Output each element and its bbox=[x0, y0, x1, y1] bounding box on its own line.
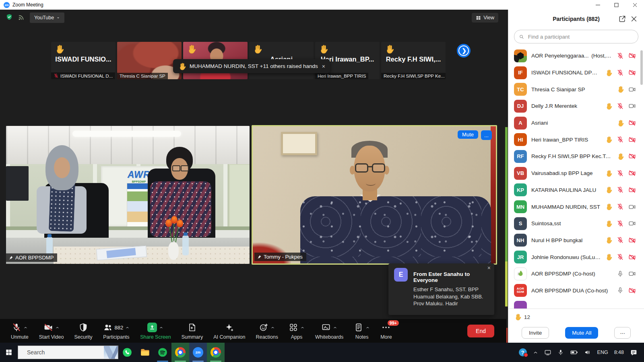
invite-button[interactable]: Invite bbox=[522, 327, 549, 339]
live-stream-icon[interactable] bbox=[18, 14, 25, 21]
filmstrip-next-button[interactable]: ❯ bbox=[457, 44, 471, 58]
participant-row[interactable]: JRJohlnie Rondonuwu (SuLuT_... bbox=[508, 249, 644, 265]
participant-status-icons bbox=[605, 237, 636, 244]
caret-up-icon[interactable] bbox=[333, 325, 337, 330]
notification-text: MUHAMMAD NURDIN, SST +11 others raised h… bbox=[190, 63, 318, 69]
tray-clock[interactable]: 8:48 bbox=[614, 350, 624, 355]
taskbar-chrome-2[interactable] bbox=[207, 343, 225, 362]
participant-avatar: TC bbox=[514, 83, 527, 96]
caret-up-icon[interactable] bbox=[23, 325, 28, 330]
toolbar-unmute[interactable]: Unmute bbox=[6, 319, 34, 343]
caret-up-icon[interactable] bbox=[270, 325, 275, 330]
video-off-icon bbox=[628, 152, 636, 160]
youtube-live-dropdown[interactable]: YouTube bbox=[30, 12, 64, 23]
minimize-button[interactable] bbox=[588, 0, 607, 10]
notification-close-icon[interactable]: × bbox=[322, 63, 325, 70]
filmstrip-tile[interactable]: Recky F.H SIWI,...Recky F.H SIWI,SP BPP … bbox=[381, 42, 446, 79]
participant-avatar bbox=[514, 301, 527, 309]
toolbar-security[interactable]: Security bbox=[69, 319, 97, 343]
tray-language[interactable]: ENG bbox=[597, 350, 608, 355]
tray-hidden-icons-chevron[interactable] bbox=[533, 350, 538, 355]
tray-display-icon[interactable] bbox=[544, 349, 551, 356]
participant-status-icons bbox=[617, 152, 636, 160]
participant-row[interactable]: HIHeri Irawan_BPP TIRIS bbox=[508, 131, 644, 148]
raised-hand-icon bbox=[605, 170, 612, 177]
running-indicator bbox=[175, 361, 186, 362]
participants-count: 882 bbox=[115, 325, 124, 331]
participant-name: Johlnie Rondonuwu (SuLuT_... bbox=[531, 254, 601, 260]
search-input[interactable] bbox=[527, 33, 634, 40]
chat-popup-close-icon[interactable]: × bbox=[487, 265, 491, 271]
end-meeting-button[interactable]: End bbox=[467, 325, 494, 337]
participant-row[interactable]: AOR BPPSDMP (Co-host) bbox=[508, 265, 644, 282]
pin-icon bbox=[257, 255, 262, 259]
mute-participant-button[interactable]: Mute bbox=[458, 130, 478, 139]
taskbar-explorer[interactable] bbox=[136, 343, 154, 362]
tray-microphone-icon[interactable] bbox=[557, 349, 564, 356]
participant-row[interactable]: SSuintosa,sst bbox=[508, 215, 644, 232]
toolbar-start-video[interactable]: Start Video bbox=[34, 319, 69, 343]
participant-row[interactable]: NHNurul H BPP bungkal bbox=[508, 232, 644, 249]
toolbar-share-screen[interactable]: Share Screen bbox=[135, 319, 176, 343]
taskbar-spotify[interactable] bbox=[154, 343, 171, 362]
mute-all-button[interactable]: Mute All bbox=[565, 327, 598, 339]
participant-row[interactable]: IFISWADI FUNSIONAL DPPP K... bbox=[508, 64, 644, 81]
taskbar-search[interactable] bbox=[18, 346, 118, 359]
maximize-button[interactable] bbox=[607, 0, 625, 10]
participant-search[interactable] bbox=[514, 30, 638, 43]
filmstrip-tile[interactable]: Thresia C Sianipar SP bbox=[117, 42, 182, 79]
caret-up-icon[interactable] bbox=[125, 325, 130, 330]
video-feed-tommy-pukpes[interactable]: Mute ... Tommy - Pukpes bbox=[252, 125, 497, 265]
caret-up-icon[interactable] bbox=[55, 325, 60, 330]
participant-row[interactable]: DJDelly J.R Merentek bbox=[508, 98, 644, 115]
toolbar-ai-companion[interactable]: AI Companion bbox=[208, 319, 250, 343]
toolbar-participants[interactable]: 882Participants bbox=[98, 319, 135, 343]
video-feed-aor-bppsdmp[interactable]: AWRBPPSDMP AOR BPPSDMP bbox=[6, 126, 250, 264]
toolbar-notes[interactable]: Notes bbox=[349, 319, 375, 343]
taskbar-zoom[interactable]: zm bbox=[189, 343, 207, 362]
panel-scrollbar-thumb[interactable] bbox=[640, 50, 643, 85]
toolbar-whiteboards[interactable]: Whiteboards bbox=[310, 319, 349, 343]
toolbar-summary[interactable]: Summary bbox=[176, 319, 208, 343]
filmstrip-tile[interactable]: ISWADI FUNSIO...ISWADI FUNSIONAL D... bbox=[51, 42, 116, 79]
participant-row[interactable]: AAsriani bbox=[508, 115, 644, 132]
view-button[interactable]: View bbox=[472, 13, 498, 23]
scene-bottle bbox=[182, 235, 189, 255]
taskbar-chrome-1[interactable] bbox=[171, 343, 189, 362]
taskbar-search-input[interactable] bbox=[26, 349, 101, 356]
muted-mic-icon bbox=[617, 103, 624, 110]
toolbar-apps[interactable]: Apps bbox=[283, 319, 310, 343]
participant-row[interactable]: MNMUHAMMAD NURDIN, SST bbox=[508, 198, 644, 215]
participant-name: Asriani bbox=[531, 120, 612, 126]
participant-name: Delly J.R Merentek bbox=[531, 103, 601, 109]
start-button[interactable] bbox=[0, 343, 18, 362]
tray-volume-icon[interactable] bbox=[584, 349, 591, 356]
tray-battery-icon[interactable] bbox=[570, 348, 578, 356]
taskbar-whatsapp[interactable] bbox=[118, 343, 136, 362]
participant-row[interactable]: AORSDMAOR BPPSDMP DUA (Co-host) bbox=[508, 282, 644, 299]
participant-row[interactable] bbox=[508, 299, 644, 309]
popout-icon[interactable] bbox=[618, 15, 626, 23]
tile-display-name: Recky F.H SIWI,... bbox=[381, 56, 446, 63]
tray-notifications-icon[interactable] bbox=[630, 349, 638, 356]
encryption-shield-icon[interactable] bbox=[6, 13, 13, 21]
caret-up-icon[interactable] bbox=[300, 325, 305, 330]
participant-row[interactable]: VBVairusabadi.sp BPP Lage bbox=[508, 165, 644, 182]
toolbar-reactions[interactable]: Reactions bbox=[250, 319, 283, 343]
participants-title: Participants (882) bbox=[553, 16, 600, 22]
participant-row[interactable]: KPKATARINA PAULINA JALU bbox=[508, 182, 644, 199]
raised-hand-icon bbox=[178, 62, 186, 70]
participant-row[interactable]: RFRecky F.H SIWI,SP BPP Kec.Tomb... bbox=[508, 148, 644, 165]
close-button[interactable] bbox=[625, 0, 644, 10]
raised-hand-icon bbox=[605, 186, 612, 193]
tray-help-icon[interactable]: ? bbox=[519, 348, 527, 356]
panel-more-button[interactable]: ... bbox=[614, 327, 631, 339]
participant-row[interactable]: TCThresia C Sianipar SP bbox=[508, 81, 644, 98]
caret-up-icon[interactable] bbox=[159, 325, 163, 330]
muted-mic-icon bbox=[617, 170, 624, 177]
participant-more-button[interactable]: ... bbox=[481, 130, 492, 140]
participant-row[interactable]: AOR Penyelenggaraa... (Host, me) bbox=[508, 47, 644, 64]
toolbar-more[interactable]: More99+ bbox=[375, 319, 397, 343]
caret-up-icon[interactable] bbox=[365, 325, 370, 330]
panel-close-icon[interactable] bbox=[630, 15, 638, 23]
